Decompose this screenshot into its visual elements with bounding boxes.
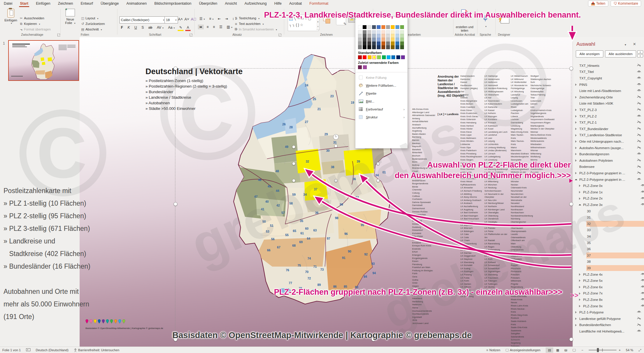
- shadow-button[interactable]: S: [140, 25, 145, 30]
- align-center-button[interactable]: ≡: [205, 25, 210, 29]
- change-case-button[interactable]: Aa▾: [167, 25, 176, 30]
- pane-row-txt_copyright[interactable]: TXT_Copyright: [573, 75, 644, 81]
- color-swatch[interactable]: [363, 30, 366, 34]
- tab-acrobat[interactable]: Acrobat: [285, 0, 306, 7]
- color-swatch[interactable]: [377, 25, 381, 29]
- pane-row-32[interactable]: 32: [573, 221, 644, 227]
- pane-row-txt_landkreise-stadtkreise[interactable]: TXT_Landkreise-Stadtkreise: [573, 132, 644, 139]
- color-swatch[interactable]: [400, 42, 404, 45]
- expand-arrow-icon[interactable]: [575, 115, 577, 117]
- pane-row-plz-zone-4x[interactable]: PLZ-Zone 4x: [573, 271, 644, 278]
- color-swatch[interactable]: [381, 42, 385, 45]
- pane-row-36[interactable]: 36: [573, 246, 644, 252]
- group-selection-handle[interactable]: [292, 162, 295, 165]
- eye-hidden-icon[interactable]: [637, 139, 641, 143]
- font-dialog-launcher[interactable]: [190, 33, 193, 36]
- section-button[interactable]: ▤Abschnitt ▾: [81, 28, 102, 31]
- pane-close-icon[interactable]: ✕: [633, 42, 636, 46]
- tab-entwurf[interactable]: Entwurf: [77, 0, 97, 7]
- color-swatch[interactable]: [367, 30, 371, 34]
- eye-hidden-icon[interactable]: [637, 323, 641, 327]
- pane-row-txt_titel[interactable]: TXT_Titel: [573, 69, 644, 75]
- expand-arrow-icon[interactable]: [575, 324, 577, 326]
- eye-icon[interactable]: [640, 272, 644, 276]
- pane-row-txt_hinweis[interactable]: TXT_Hinweis: [573, 62, 644, 69]
- show-all-button[interactable]: Alle anzeigen: [576, 50, 603, 57]
- eye-icon[interactable]: [640, 285, 644, 289]
- expand-arrow-icon[interactable]: [575, 172, 577, 174]
- zoom-out-button[interactable]: −: [581, 348, 583, 352]
- expand-arrow-icon[interactable]: [575, 140, 577, 143]
- eye-icon[interactable]: [637, 178, 641, 181]
- eye-hidden-icon[interactable]: [637, 158, 641, 162]
- expand-arrow-icon[interactable]: [575, 109, 577, 111]
- expand-arrow-icon[interactable]: [579, 305, 580, 307]
- expand-arrow-icon[interactable]: [579, 292, 580, 295]
- color-swatch[interactable]: [363, 38, 366, 42]
- color-swatch[interactable]: [363, 42, 366, 45]
- language-status[interactable]: Deutsch (Deutschland): [36, 348, 68, 352]
- standard-color-swatch[interactable]: [391, 55, 395, 59]
- selection-handle[interactable]: [569, 66, 573, 70]
- color-swatch[interactable]: [391, 25, 395, 29]
- eye-hidden-icon[interactable]: [637, 146, 641, 150]
- eye-icon[interactable]: [637, 83, 641, 86]
- pane-row-plz-3-polygone-gruppiert-in-[interactable]: PLZ-3-Polygone gruppiert in ...: [573, 170, 644, 176]
- expand-arrow-icon[interactable]: [575, 128, 577, 130]
- copy-button[interactable]: ⧉Kopieren ▾: [19, 22, 40, 26]
- strikethrough-button[interactable]: ab: [147, 25, 154, 30]
- pane-row-33[interactable]: 33: [573, 227, 644, 233]
- eye-icon[interactable]: [637, 310, 641, 314]
- expand-arrow-icon[interactable]: [579, 191, 580, 193]
- eye-hidden-icon[interactable]: [637, 95, 641, 99]
- pane-row-plz-zone-7x[interactable]: PLZ-Zone 7x: [573, 290, 644, 297]
- color-swatch[interactable]: [395, 25, 399, 29]
- pane-row-38[interactable]: 38: [573, 259, 644, 265]
- tab-ansicht[interactable]: Ansicht: [221, 0, 241, 7]
- group-selection-handle[interactable]: [292, 145, 295, 149]
- pane-row-landfl-che-mit-hoheitsgew-[interactable]: Landfläche mit Hoheitsgewä...: [573, 328, 644, 335]
- decrease-indent-button[interactable]: ⇤: [216, 16, 222, 21]
- comments-button[interactable]: 🗨 Kommentare: [611, 1, 641, 6]
- eye-icon[interactable]: [640, 291, 644, 295]
- tab-einfügen[interactable]: Einfügen: [32, 0, 54, 7]
- color-swatch[interactable]: [391, 45, 395, 49]
- tab-datei[interactable]: Datei: [0, 0, 16, 7]
- menu-item-eyedropper[interactable]: Pipette: [355, 89, 407, 97]
- color-swatch[interactable]: [395, 38, 399, 42]
- move-down-button[interactable]: ∨: [637, 54, 643, 57]
- zoom-in-button[interactable]: +: [619, 348, 621, 352]
- eye-icon[interactable]: [637, 114, 641, 118]
- color-swatch[interactable]: [381, 38, 385, 42]
- tab-aufzeichnung[interactable]: Aufzeichnung: [241, 0, 270, 7]
- color-swatch[interactable]: [367, 38, 371, 42]
- expand-arrow-icon[interactable]: [575, 153, 577, 155]
- expand-arrow-icon[interactable]: [575, 311, 577, 313]
- pane-row-plz-zone-3x[interactable]: PLZ-Zone 3x: [573, 202, 644, 208]
- expand-arrow-icon[interactable]: [575, 121, 577, 124]
- pane-row-plz-zone-1x[interactable]: PLZ-Zone 1x: [573, 189, 644, 195]
- layout-button[interactable]: ◫Layout ▾: [81, 16, 98, 20]
- zoom-slider-thumb[interactable]: [597, 348, 599, 352]
- tab-überprüfen[interactable]: Überprüfen: [195, 0, 221, 7]
- color-swatch[interactable]: [391, 42, 395, 45]
- expand-arrow-icon[interactable]: [579, 185, 580, 187]
- color-swatch[interactable]: [395, 42, 399, 45]
- pane-row-bundeslandgrenzen[interactable]: Bundeslandgrenzen: [573, 151, 644, 157]
- eye-icon[interactable]: [637, 89, 641, 93]
- group-selection-handle[interactable]: [334, 179, 338, 182]
- selection-handle[interactable]: [569, 337, 573, 341]
- tab-start[interactable]: Start: [16, 0, 32, 7]
- pane-row-autobahnen-polylinien[interactable]: Autobahnen Polylinien: [573, 157, 644, 164]
- standard-color-swatch[interactable]: [396, 55, 400, 59]
- standard-color-swatch[interactable]: [372, 55, 376, 59]
- accessibility-status[interactable]: Barrierefreiheit: Untersuchen: [74, 348, 119, 352]
- standard-color-swatch[interactable]: [382, 55, 386, 59]
- standard-color-swatch[interactable]: [401, 55, 405, 59]
- tab-bildschirmpräsentation[interactable]: Bildschirmpräsentation: [150, 0, 195, 7]
- color-swatch[interactable]: [381, 30, 385, 34]
- eye-icon[interactable]: [640, 304, 644, 308]
- standard-color-swatch[interactable]: [387, 55, 390, 59]
- color-swatch[interactable]: [391, 38, 395, 42]
- selection-handle[interactable]: [174, 202, 177, 206]
